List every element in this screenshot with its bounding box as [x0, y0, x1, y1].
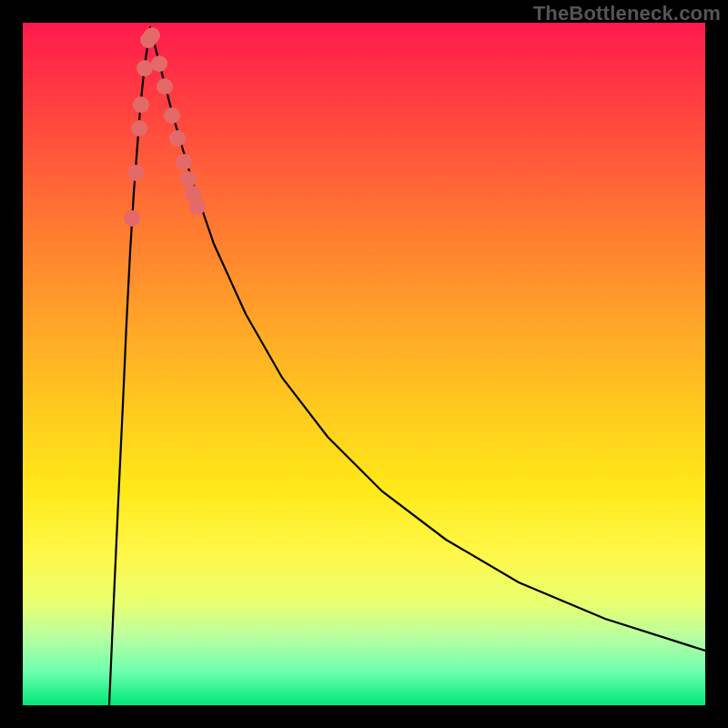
highlight-dot	[176, 154, 192, 170]
highlight-dot	[124, 210, 140, 227]
chart-svg	[23, 23, 705, 705]
highlight-dot	[157, 78, 173, 95]
highlight-dot	[189, 198, 206, 215]
highlight-dot	[127, 165, 144, 181]
highlight-dot	[131, 120, 147, 136]
highlight-dot	[151, 56, 167, 72]
highlight-dot	[180, 171, 197, 187]
chart-frame: TheBottleneck.com	[0, 0, 728, 728]
marker-group	[124, 27, 206, 227]
highlight-dot	[169, 130, 186, 147]
highlight-dot	[136, 60, 153, 76]
highlight-dot	[133, 96, 149, 113]
highlight-dot	[144, 27, 160, 44]
plot-area	[23, 23, 705, 705]
highlight-dot	[164, 107, 180, 124]
curve-right-branch	[150, 27, 705, 651]
